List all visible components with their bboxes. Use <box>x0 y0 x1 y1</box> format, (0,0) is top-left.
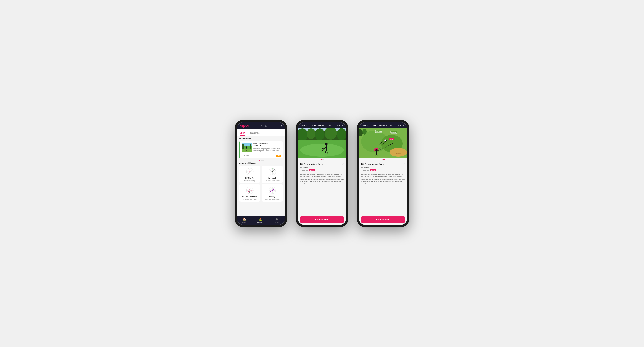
svg-point-24 <box>274 169 275 170</box>
phone2-title: 6ft Conversion Zone <box>312 124 331 127</box>
svg-point-51 <box>300 144 344 157</box>
drill-shots: ⏱ 20 shots <box>300 169 308 171</box>
drill-tag: ARG <box>309 169 315 171</box>
svg-point-5 <box>246 146 248 148</box>
activities-label: Activities <box>257 221 263 223</box>
phone1-content: Most Popular <box>237 136 285 216</box>
nav-home[interactable]: 🏠 Home <box>242 218 246 223</box>
skill-card-atg[interactable]: Around The Green Hone your short game <box>239 184 260 201</box>
drill-shots-3: ⏱ 20 shots <box>361 169 369 171</box>
svg-point-46 <box>307 128 316 139</box>
skill-putting-name: Putting <box>269 196 275 197</box>
phones-container: clippd Practice ≡ Drills Favourites Most… <box>235 120 409 227</box>
drill-subtitle: Off The Tee <box>253 145 281 147</box>
drill-description-3: 20 shots are randomly generated at dista… <box>361 173 405 185</box>
cancel-button[interactable]: Cancel <box>337 124 343 127</box>
activities-icon: ⛳ <box>258 218 262 221</box>
drill-image <box>298 128 346 158</box>
svg-point-52 <box>325 143 328 145</box>
skill-card-putting[interactable]: Putting Make and lag practice <box>262 184 283 201</box>
atg-icon <box>245 186 255 195</box>
dot-2[interactable] <box>260 160 262 161</box>
back-button[interactable]: < Back <box>301 124 307 127</box>
drill-name-3: 6ft Conversion Zone <box>361 163 384 166</box>
start-practice-button[interactable]: Start Practice <box>300 216 344 223</box>
skill-putting-desc: Make and lag practice <box>265 198 280 200</box>
svg-rect-3 <box>242 144 244 149</box>
back-button-3[interactable]: < Back <box>362 124 368 127</box>
image-carousel-dots-3 <box>359 158 407 161</box>
favourite-icon-3[interactable]: ♡ <box>403 163 405 165</box>
drill-description: Create an imaginary fairway using trees … <box>253 148 281 152</box>
svg-rect-4 <box>250 144 251 149</box>
phone-1-screen: clippd Practice ≡ Drills Favourites Most… <box>237 122 285 225</box>
phone3-content: SAND FAIRWAY ROUGH <box>359 128 407 225</box>
dot-3[interactable] <box>262 160 264 161</box>
image-carousel-dots <box>298 158 346 161</box>
skill-approach-name: Approach <box>268 177 276 179</box>
most-popular-title: Most Popular <box>239 138 283 140</box>
phone2-header: < Back 6ft Conversion Zone Cancel <box>298 122 346 128</box>
phone3-title: 6ft Conversion Zone <box>374 124 392 127</box>
putting-icon <box>268 186 277 195</box>
phone-3: < Back 6ft Conversion Zone Cancel SAND <box>357 120 409 227</box>
cancel-button-3[interactable]: Cancel <box>398 124 404 127</box>
nav-capture[interactable]: ⊕ Capture <box>274 218 280 223</box>
nav-activities[interactable]: ⛳ Activities <box>257 218 263 223</box>
drill-name: 6ft Conversion Zone <box>300 163 323 166</box>
svg-point-62 <box>390 148 407 157</box>
drill-card-footer: ⏱ 10 shots OTT <box>242 154 281 157</box>
drill-title: Find The Fairway <box>253 143 281 145</box>
skill-atg-name: Around The Green <box>242 196 257 197</box>
skill-card-ott[interactable]: Off The Tee Power accuracy <box>239 166 260 183</box>
explore-title: Explore skill areas <box>239 162 283 164</box>
svg-point-42 <box>274 189 274 189</box>
svg-point-40 <box>270 191 271 192</box>
drill-info-3: 6ft Conversion Zone 10-50 yds ♡ ⏱ 20 sho… <box>359 161 407 214</box>
phone-2: < Back 6ft Conversion Zone Cancel <box>296 120 348 227</box>
img-dot-2[interactable] <box>322 159 324 160</box>
drill-header-3: 6ft Conversion Zone 10-50 yds ♡ <box>361 163 405 168</box>
skill-atg-desc: Hone your short game <box>242 198 257 200</box>
svg-point-33 <box>251 190 252 191</box>
drill-card-text: Find The Fairway Off The Tee Create an i… <box>253 143 281 152</box>
favourite-icon[interactable]: ♡ <box>342 163 344 165</box>
featured-drill-card[interactable]: Find The Fairway Off The Tee Create an i… <box>239 141 283 158</box>
img-dot-3-2[interactable] <box>384 159 384 160</box>
drill-header: 6ft Conversion Zone 10-50 yds ♡ <box>300 163 344 168</box>
phone-1: clippd Practice ≡ Drills Favourites Most… <box>235 120 287 227</box>
drill-map-image: SAND FAIRWAY ROUGH <box>359 128 407 158</box>
home-icon: 🏠 <box>243 218 246 221</box>
skill-card-approach[interactable]: Approach Dial-in to hit the green <box>262 166 283 183</box>
svg-point-75 <box>376 149 378 151</box>
svg-point-32 <box>248 191 249 192</box>
menu-icon[interactable]: ≡ <box>281 125 282 128</box>
bottom-nav: 🏠 Home ⛳ Activities ⊕ Capture <box>237 216 285 225</box>
start-practice-button-3[interactable]: Start Practice <box>361 216 405 223</box>
svg-point-31 <box>249 191 250 193</box>
drill-tag-3: ARG <box>370 169 376 171</box>
drill-range-3: 10-50 yds <box>361 166 384 168</box>
img-dot-1[interactable] <box>321 159 322 160</box>
capture-label: Capture <box>274 221 280 223</box>
svg-point-65 <box>362 129 367 135</box>
carousel-dots <box>239 160 283 161</box>
skill-ott-name: Off The Tee <box>245 177 254 179</box>
skills-grid: Off The Tee Power accuracy <box>239 166 283 202</box>
dot-1[interactable] <box>258 160 260 161</box>
home-label: Home <box>242 221 246 223</box>
phone3-header: < Back 6ft Conversion Zone Cancel <box>359 122 407 128</box>
drill-info: 6ft Conversion Zone 10-50 yds ♡ ⏱ 20 sho… <box>298 161 346 214</box>
phone2-content: 6ft Conversion Zone 10-50 yds ♡ ⏱ 20 sho… <box>298 128 346 225</box>
favourite-heart-icon[interactable]: ♡ <box>279 143 281 145</box>
tab-favourites[interactable]: Favourites <box>248 131 260 136</box>
approach-icon <box>268 167 277 176</box>
app-logo: clippd <box>240 124 248 128</box>
img-dot-3-1[interactable] <box>382 159 383 160</box>
svg-point-17 <box>252 169 252 170</box>
phone1-header: clippd Practice ≡ <box>237 122 285 129</box>
drill-description: 20 shots are randomly generated at dista… <box>300 173 344 185</box>
drill-meta: ⏱ 20 shots ARG <box>300 169 344 171</box>
phone-3-screen: < Back 6ft Conversion Zone Cancel SAND <box>359 122 407 225</box>
tab-drills[interactable]: Drills <box>240 131 245 136</box>
